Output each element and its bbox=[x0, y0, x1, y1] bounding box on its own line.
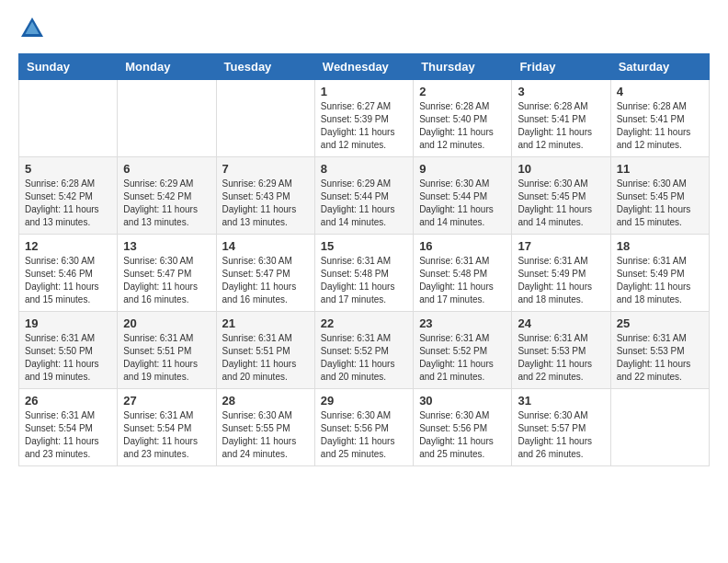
day-number: 28 bbox=[222, 394, 309, 408]
day-info: Sunrise: 6:31 AM Sunset: 5:54 PM Dayligh… bbox=[25, 409, 111, 461]
calendar-cell: 8Sunrise: 6:29 AM Sunset: 5:44 PM Daylig… bbox=[314, 157, 413, 235]
calendar-cell bbox=[610, 389, 709, 466]
calendar-cell bbox=[118, 80, 216, 157]
day-number: 21 bbox=[222, 316, 309, 330]
calendar-cell: 30Sunrise: 6:30 AM Sunset: 5:56 PM Dayli… bbox=[414, 389, 512, 466]
day-info: Sunrise: 6:30 AM Sunset: 5:46 PM Dayligh… bbox=[25, 255, 111, 306]
week-row-3: 12Sunrise: 6:30 AM Sunset: 5:46 PM Dayli… bbox=[19, 235, 710, 312]
calendar-cell: 13Sunrise: 6:30 AM Sunset: 5:47 PM Dayli… bbox=[118, 235, 216, 312]
day-header-thursday: Thursday bbox=[414, 54, 512, 80]
day-number: 1 bbox=[321, 85, 407, 98]
calendar-cell: 20Sunrise: 6:31 AM Sunset: 5:51 PM Dayli… bbox=[118, 312, 216, 389]
calendar-cell: 6Sunrise: 6:29 AM Sunset: 5:42 PM Daylig… bbox=[118, 157, 216, 235]
day-info: Sunrise: 6:30 AM Sunset: 5:47 PM Dayligh… bbox=[123, 255, 210, 306]
day-info: Sunrise: 6:28 AM Sunset: 5:41 PM Dayligh… bbox=[617, 100, 703, 152]
calendar-cell bbox=[216, 80, 314, 157]
day-info: Sunrise: 6:31 AM Sunset: 5:50 PM Dayligh… bbox=[25, 332, 111, 384]
day-info: Sunrise: 6:31 AM Sunset: 5:49 PM Dayligh… bbox=[518, 255, 604, 306]
day-number: 16 bbox=[419, 239, 506, 253]
day-info: Sunrise: 6:27 AM Sunset: 5:39 PM Dayligh… bbox=[321, 100, 407, 152]
week-row-4: 19Sunrise: 6:31 AM Sunset: 5:50 PM Dayli… bbox=[19, 312, 710, 389]
day-info: Sunrise: 6:30 AM Sunset: 5:56 PM Dayligh… bbox=[321, 409, 407, 461]
calendar-cell: 16Sunrise: 6:31 AM Sunset: 5:48 PM Dayli… bbox=[414, 235, 512, 312]
day-number: 29 bbox=[321, 394, 407, 408]
day-number: 23 bbox=[419, 316, 506, 330]
calendar-cell: 5Sunrise: 6:28 AM Sunset: 5:42 PM Daylig… bbox=[19, 157, 118, 235]
day-number: 18 bbox=[617, 239, 703, 253]
day-info: Sunrise: 6:31 AM Sunset: 5:53 PM Dayligh… bbox=[518, 332, 604, 384]
calendar-cell: 12Sunrise: 6:30 AM Sunset: 5:46 PM Dayli… bbox=[19, 235, 118, 312]
day-info: Sunrise: 6:31 AM Sunset: 5:48 PM Dayligh… bbox=[321, 255, 407, 306]
day-info: Sunrise: 6:31 AM Sunset: 5:51 PM Dayligh… bbox=[123, 332, 210, 384]
day-number: 9 bbox=[419, 162, 506, 176]
calendar-cell: 26Sunrise: 6:31 AM Sunset: 5:54 PM Dayli… bbox=[19, 389, 118, 466]
day-info: Sunrise: 6:28 AM Sunset: 5:42 PM Dayligh… bbox=[25, 178, 111, 229]
day-info: Sunrise: 6:28 AM Sunset: 5:40 PM Dayligh… bbox=[419, 100, 506, 152]
day-number: 12 bbox=[25, 239, 111, 253]
calendar-cell: 1Sunrise: 6:27 AM Sunset: 5:39 PM Daylig… bbox=[314, 80, 413, 157]
calendar-cell: 21Sunrise: 6:31 AM Sunset: 5:51 PM Dayli… bbox=[216, 312, 314, 389]
day-number: 7 bbox=[222, 162, 309, 176]
week-row-1: 1Sunrise: 6:27 AM Sunset: 5:39 PM Daylig… bbox=[19, 80, 710, 157]
calendar-cell: 15Sunrise: 6:31 AM Sunset: 5:48 PM Dayli… bbox=[314, 235, 413, 312]
calendar-cell: 10Sunrise: 6:30 AM Sunset: 5:45 PM Dayli… bbox=[512, 157, 610, 235]
day-number: 14 bbox=[222, 239, 309, 253]
day-info: Sunrise: 6:31 AM Sunset: 5:51 PM Dayligh… bbox=[222, 332, 309, 384]
day-number: 31 bbox=[518, 394, 604, 408]
day-number: 19 bbox=[25, 316, 111, 330]
day-number: 27 bbox=[123, 394, 210, 408]
day-number: 2 bbox=[419, 85, 506, 98]
calendar-cell: 19Sunrise: 6:31 AM Sunset: 5:50 PM Dayli… bbox=[19, 312, 118, 389]
day-number: 10 bbox=[518, 162, 604, 176]
week-row-5: 26Sunrise: 6:31 AM Sunset: 5:54 PM Dayli… bbox=[19, 389, 710, 466]
day-number: 11 bbox=[617, 162, 703, 176]
calendar-table: SundayMondayTuesdayWednesdayThursdayFrid… bbox=[18, 53, 710, 466]
day-number: 5 bbox=[25, 162, 111, 176]
header bbox=[18, 15, 710, 42]
day-number: 30 bbox=[419, 394, 506, 408]
day-info: Sunrise: 6:31 AM Sunset: 5:54 PM Dayligh… bbox=[123, 409, 210, 461]
calendar-cell: 9Sunrise: 6:30 AM Sunset: 5:44 PM Daylig… bbox=[414, 157, 512, 235]
day-number: 25 bbox=[617, 316, 703, 330]
day-header-monday: Monday bbox=[118, 54, 216, 80]
day-number: 24 bbox=[518, 316, 604, 330]
calendar-cell: 3Sunrise: 6:28 AM Sunset: 5:41 PM Daylig… bbox=[512, 80, 610, 157]
day-number: 20 bbox=[123, 316, 210, 330]
logo-icon bbox=[18, 15, 46, 42]
day-info: Sunrise: 6:30 AM Sunset: 5:45 PM Dayligh… bbox=[518, 178, 604, 229]
calendar-cell: 23Sunrise: 6:31 AM Sunset: 5:52 PM Dayli… bbox=[414, 312, 512, 389]
day-info: Sunrise: 6:30 AM Sunset: 5:55 PM Dayligh… bbox=[222, 409, 309, 461]
calendar-cell: 31Sunrise: 6:30 AM Sunset: 5:57 PM Dayli… bbox=[512, 389, 610, 466]
day-header-sunday: Sunday bbox=[19, 54, 118, 80]
calendar-cell: 22Sunrise: 6:31 AM Sunset: 5:52 PM Dayli… bbox=[314, 312, 413, 389]
calendar-cell: 4Sunrise: 6:28 AM Sunset: 5:41 PM Daylig… bbox=[610, 80, 709, 157]
day-info: Sunrise: 6:30 AM Sunset: 5:44 PM Dayligh… bbox=[419, 178, 506, 229]
week-row-2: 5Sunrise: 6:28 AM Sunset: 5:42 PM Daylig… bbox=[19, 157, 710, 235]
calendar-cell: 29Sunrise: 6:30 AM Sunset: 5:56 PM Dayli… bbox=[314, 389, 413, 466]
calendar-cell: 14Sunrise: 6:30 AM Sunset: 5:47 PM Dayli… bbox=[216, 235, 314, 312]
day-info: Sunrise: 6:31 AM Sunset: 5:52 PM Dayligh… bbox=[419, 332, 506, 384]
calendar-cell bbox=[19, 80, 118, 157]
day-header-wednesday: Wednesday bbox=[314, 54, 413, 80]
day-number: 13 bbox=[123, 239, 210, 253]
day-info: Sunrise: 6:28 AM Sunset: 5:41 PM Dayligh… bbox=[518, 100, 604, 152]
day-header-friday: Friday bbox=[512, 54, 610, 80]
day-header-saturday: Saturday bbox=[610, 54, 709, 80]
calendar-cell: 28Sunrise: 6:30 AM Sunset: 5:55 PM Dayli… bbox=[216, 389, 314, 466]
day-number: 17 bbox=[518, 239, 604, 253]
calendar-cell: 24Sunrise: 6:31 AM Sunset: 5:53 PM Dayli… bbox=[512, 312, 610, 389]
day-info: Sunrise: 6:31 AM Sunset: 5:52 PM Dayligh… bbox=[321, 332, 407, 384]
calendar-cell: 18Sunrise: 6:31 AM Sunset: 5:49 PM Dayli… bbox=[610, 235, 709, 312]
calendar-header-row: SundayMondayTuesdayWednesdayThursdayFrid… bbox=[19, 54, 710, 80]
day-number: 6 bbox=[123, 162, 210, 176]
day-info: Sunrise: 6:30 AM Sunset: 5:47 PM Dayligh… bbox=[222, 255, 309, 306]
day-info: Sunrise: 6:29 AM Sunset: 5:43 PM Dayligh… bbox=[222, 178, 309, 229]
day-number: 4 bbox=[617, 85, 703, 98]
calendar-cell: 27Sunrise: 6:31 AM Sunset: 5:54 PM Dayli… bbox=[118, 389, 216, 466]
day-info: Sunrise: 6:31 AM Sunset: 5:53 PM Dayligh… bbox=[617, 332, 703, 384]
day-number: 26 bbox=[25, 394, 111, 408]
day-header-tuesday: Tuesday bbox=[216, 54, 314, 80]
calendar-cell: 25Sunrise: 6:31 AM Sunset: 5:53 PM Dayli… bbox=[610, 312, 709, 389]
day-info: Sunrise: 6:29 AM Sunset: 5:42 PM Dayligh… bbox=[123, 178, 210, 229]
day-info: Sunrise: 6:30 AM Sunset: 5:56 PM Dayligh… bbox=[419, 409, 506, 461]
